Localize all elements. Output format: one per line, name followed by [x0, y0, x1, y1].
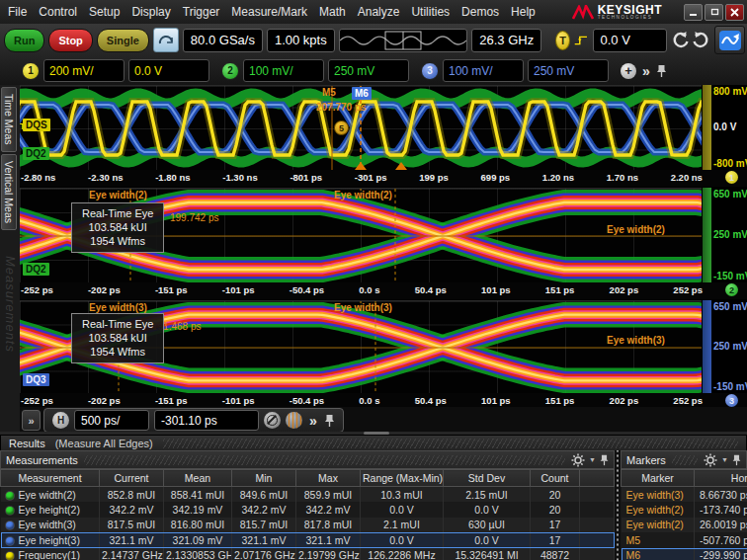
keysight-spark-icon: [572, 5, 594, 20]
col-horizontal[interactable]: Horizontal: [695, 470, 747, 487]
scope-panel[interactable]: T DQS DQ2 M5 M6 207.770 ps 5: [20, 85, 702, 171]
single-button[interactable]: Single: [97, 29, 149, 52]
sample-rate-field[interactable]: 80.0 GSa/s: [183, 29, 263, 52]
col-min[interactable]: Min: [232, 470, 296, 487]
eye-panel-dq3[interactable]: Eye width(3) Eye width(3) Eye width(3) R…: [20, 300, 702, 394]
col-measurement[interactable]: Measurement: [1, 470, 100, 487]
table-row[interactable]: Frequency(1) 2.14737 GHz2.1330853 GHz2.0…: [1, 548, 615, 560]
pin-icon[interactable]: [732, 454, 741, 466]
menu-analyze[interactable]: Analyze: [358, 5, 400, 19]
channel3-axis-badge[interactable]: 3: [725, 394, 738, 407]
col-range[interactable]: Range (Max-Min): [361, 470, 444, 487]
tab-time-meas[interactable]: Time Meas: [1, 87, 17, 152]
menu-control[interactable]: Control: [39, 5, 77, 19]
marker-row-selected[interactable]: M6-299.990 ps: [622, 548, 747, 560]
autoscale-button[interactable]: [714, 26, 745, 54]
marker-m5-label[interactable]: M5: [322, 87, 336, 98]
pin-icon[interactable]: [600, 454, 609, 466]
touch-sphere-icon[interactable]: [286, 412, 302, 429]
close-button[interactable]: [725, 4, 744, 21]
timebase-scale-field[interactable]: 500 ps/: [74, 410, 149, 431]
collapse-chevrons-button[interactable]: »: [22, 410, 41, 431]
marker-row[interactable]: Eye width(3)8.66730 ps: [622, 487, 747, 503]
zoom-mode-icon[interactable]: [264, 412, 281, 429]
channel2-offset-field[interactable]: 250 mV: [328, 59, 409, 82]
table-row[interactable]: Eye height(2) 342.2 mV342.19 mV342.2 mV3…: [1, 502, 615, 517]
channel1-axis-badge[interactable]: 1: [725, 171, 738, 184]
y-label-top: 800 mV: [713, 86, 747, 97]
table-row[interactable]: Eye width(2) 852.8 mUI858.41 mUI849.6 mU…: [1, 487, 615, 503]
tab-vertical-meas[interactable]: Vertical Meas: [1, 154, 17, 230]
marker-row[interactable]: Eye width(2)26.0019 ps: [622, 518, 747, 532]
channel1-offset-field[interactable]: 0.0 V: [128, 59, 209, 82]
undo-button[interactable]: [671, 29, 691, 52]
menu-trigger[interactable]: Trigger: [183, 5, 220, 19]
bandwidth-field[interactable]: 26.3 GHz: [471, 29, 541, 52]
marker-row[interactable]: M5-507.760 ps: [622, 532, 747, 547]
trigger-badge[interactable]: T: [555, 31, 570, 50]
markers-header[interactable]: Markers ▼: [621, 450, 747, 469]
timebase-position-field[interactable]: -301.10 ps: [154, 410, 259, 431]
menu-help[interactable]: Help: [511, 5, 536, 19]
menu-demos[interactable]: Demos: [461, 5, 499, 19]
rising-edge-icon[interactable]: [574, 32, 588, 49]
col-max[interactable]: Max: [296, 470, 361, 487]
col-mean[interactable]: Mean: [164, 470, 232, 487]
acquisition-window-widget[interactable]: [339, 29, 467, 52]
menu-display[interactable]: Display: [131, 5, 170, 19]
col-stddev[interactable]: Std Dev: [444, 470, 531, 487]
stop-button[interactable]: Stop: [48, 29, 92, 52]
expand-chevrons[interactable]: »: [309, 413, 317, 429]
eye-dq2-x-ticks: -252 ps-202 ps-151 ps-101 ps-50.4 ps0.0 …: [20, 282, 704, 295]
run-button[interactable]: Run: [4, 29, 44, 52]
clear-display-button[interactable]: [153, 28, 179, 52]
gear-icon[interactable]: [571, 453, 585, 467]
channel1-scale-field[interactable]: 200 mV/: [43, 59, 124, 82]
dqs-signal-label[interactable]: DQS: [23, 119, 50, 131]
drag-texture[interactable]: [163, 439, 738, 448]
menu-utilities[interactable]: Utilities: [411, 5, 450, 19]
minimize-button[interactable]: [684, 4, 703, 21]
channel2-scale-field[interactable]: 100 mV/: [243, 59, 324, 82]
gear-icon[interactable]: [704, 453, 717, 467]
channel3-badge[interactable]: 3: [421, 62, 439, 80]
drag-texture[interactable]: [672, 455, 698, 465]
x-tick: 151 ps: [545, 395, 575, 406]
menu-file[interactable]: File: [8, 5, 27, 19]
dq2-eye-label[interactable]: DQ2: [23, 263, 49, 276]
col-current[interactable]: Current: [100, 470, 164, 487]
x-tick: 252 ps: [673, 395, 703, 406]
col-marker[interactable]: Marker: [622, 470, 695, 487]
measurements-header[interactable]: Measurements ▼: [0, 450, 615, 469]
eye-panel-dq2[interactable]: Eye width(2) Eye width(2) Eye width(2) R…: [20, 188, 702, 283]
col-count[interactable]: Count: [531, 470, 580, 487]
channel1-badge[interactable]: 1: [22, 62, 40, 80]
channel3-offset-field[interactable]: 250 mV: [528, 59, 609, 82]
trigger-level-field[interactable]: 0.0 V: [593, 29, 667, 52]
chevron-down-icon[interactable]: ▼: [589, 456, 596, 463]
x-tick: 199 ps: [419, 172, 449, 183]
restore-button[interactable]: [705, 4, 723, 21]
channel2-badge[interactable]: 2: [221, 62, 239, 80]
pin-icon[interactable]: [656, 64, 667, 78]
dq2-signal-label[interactable]: DQ2: [23, 147, 49, 160]
pin-icon[interactable]: [324, 414, 335, 428]
chevron-down-icon[interactable]: ▼: [721, 456, 728, 463]
menu-measure-mark[interactable]: Measure/Mark: [231, 5, 307, 19]
menu-math[interactable]: Math: [319, 5, 346, 19]
channel2-axis-badge[interactable]: 2: [725, 283, 738, 296]
horizontal-badge[interactable]: H: [52, 412, 69, 429]
channel3-scale-field[interactable]: 100 mV/: [443, 59, 524, 82]
marker-row[interactable]: Eye width(2)-173.740 ps: [622, 502, 747, 517]
table-row[interactable]: Eye width(3) 817.5 mUI816.80 mUI815.7 mU…: [1, 518, 615, 532]
drag-texture[interactable]: [84, 455, 565, 465]
add-channel-button[interactable]: +: [621, 63, 636, 79]
expand-chevrons[interactable]: »: [642, 63, 650, 79]
marker-m6-label[interactable]: M6: [352, 87, 372, 100]
redo-button[interactable]: [691, 29, 710, 52]
memory-depth-field[interactable]: 1.00 kpts: [267, 29, 335, 52]
menu-setup[interactable]: Setup: [89, 5, 120, 19]
table-row-selected[interactable]: Eye height(3) 321.1 mV321.09 mV321.1 mV3…: [1, 532, 615, 547]
marker5-handle[interactable]: 5: [334, 120, 349, 135]
dq3-eye-label[interactable]: DQ3: [23, 373, 49, 386]
